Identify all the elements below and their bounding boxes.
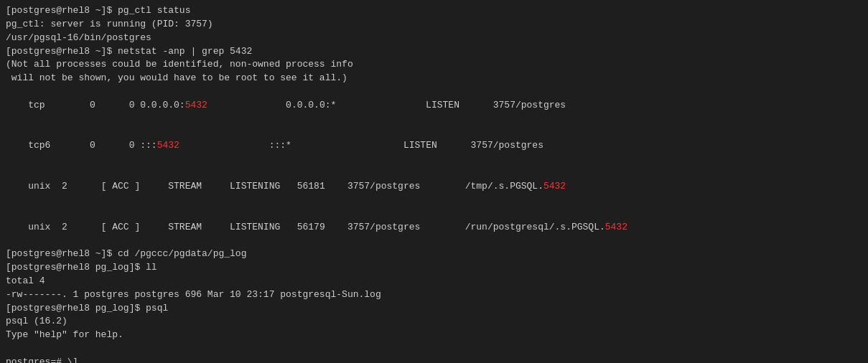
tcp-suffix: 0.0.0.0:* LISTEN 3757/postgres (207, 100, 566, 110)
port-5432-4: 5432 (605, 222, 627, 232)
line-5: (Not all processes could be identified, … (6, 58, 862, 72)
unix-2-prefix: unix 2 [ ACC ] STREAM LISTENING 56179 37… (28, 222, 605, 232)
port-5432-2: 5432 (157, 140, 179, 151)
blank-line (6, 342, 862, 356)
unix-1-prefix: unix 2 [ ACC ] STREAM LISTENING 56181 37… (28, 181, 543, 192)
port-5432-1: 5432 (185, 100, 207, 110)
terminal: [postgres@rhel8 ~]$ pg_ctl status pg_ctl… (0, 0, 868, 363)
tcp6-suffix: :::* LISTEN 3757/postgres (179, 140, 543, 151)
line-3: /usr/pgsql-16/bin/postgres (6, 32, 862, 45)
line-11: [postgres@rhel8 ~]$ cd /pgccc/pgdata/pg_… (6, 248, 862, 261)
line-17: Type "help" for help. (6, 329, 862, 342)
line-7: tcp 0 0 0.0.0.0:5432 0.0.0.0:* LISTEN 37… (6, 85, 862, 126)
line-2: pg_ctl: server is running (PID: 3757) (6, 18, 862, 32)
line-14: -rw-------. 1 postgres postgres 696 Mar … (6, 288, 862, 302)
tcp6-prefix: tcp6 0 0 ::: (28, 140, 157, 151)
line-6: will not be shown, you would have to be … (6, 72, 862, 85)
psql-command: postgres=# \l (6, 356, 862, 363)
tcp-prefix: tcp 0 0 0.0.0.0: (28, 100, 185, 110)
line-16: psql (16.2) (6, 315, 862, 329)
line-10: unix 2 [ ACC ] STREAM LISTENING 56179 37… (6, 207, 862, 248)
line-8: tcp6 0 0 :::5432 :::* LISTEN 3757/postgr… (6, 126, 862, 167)
line-4: [postgres@rhel8 ~]$ netstat -anp | grep … (6, 45, 862, 59)
line-12: [postgres@rhel8 pg_log]$ ll (6, 261, 862, 275)
line-9: unix 2 [ ACC ] STREAM LISTENING 56181 37… (6, 166, 862, 207)
line-15: [postgres@rhel8 pg_log]$ psql (6, 302, 862, 316)
port-5432-3: 5432 (543, 181, 566, 192)
prompt-1: [postgres@rhel8 ~]$ pg_ctl status (6, 5, 190, 16)
line-1: [postgres@rhel8 ~]$ pg_ctl status (6, 4, 862, 18)
line-13: total 4 (6, 275, 862, 288)
